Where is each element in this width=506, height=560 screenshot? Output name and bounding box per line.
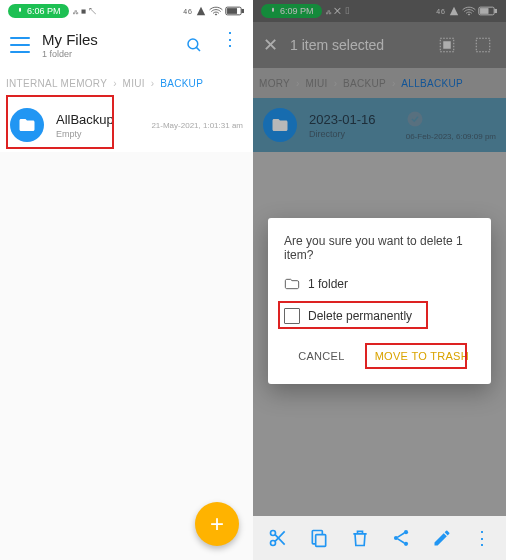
bottom-toolbar: ⋮ bbox=[253, 516, 506, 560]
svg-point-4 bbox=[188, 39, 198, 49]
fab-add-button[interactable]: + bbox=[195, 502, 239, 546]
app-header: My Files 1 folder ⋮ bbox=[0, 22, 253, 68]
breadcrumb: INTERNAL MEMORY› MIUI› BACKUP bbox=[0, 68, 253, 98]
page-subtitle: 1 folder bbox=[42, 49, 185, 59]
status-ext-icons: ஃ ◼ ↖ bbox=[73, 6, 96, 17]
cancel-button[interactable]: CANCEL bbox=[292, 344, 350, 368]
svg-rect-3 bbox=[227, 9, 236, 14]
share-icon[interactable] bbox=[391, 528, 411, 548]
cut-icon[interactable] bbox=[268, 528, 288, 548]
folder-row[interactable]: AllBackup Empty 21-May-2021, 1:01:31 am bbox=[0, 98, 253, 152]
dialog-message: Are you sure you want to delete 1 item? bbox=[284, 234, 475, 262]
crumb-miui[interactable]: MIUI bbox=[123, 78, 145, 89]
svg-point-14 bbox=[270, 541, 275, 546]
edit-icon[interactable] bbox=[432, 528, 452, 548]
move-to-trash-button[interactable]: MOVE TO TRASH bbox=[369, 344, 475, 368]
delete-icon[interactable] bbox=[350, 528, 370, 548]
search-icon[interactable] bbox=[185, 36, 203, 54]
folder-icon bbox=[10, 108, 44, 142]
svg-point-15 bbox=[270, 531, 275, 536]
svg-point-0 bbox=[215, 14, 216, 15]
overflow-menu-icon[interactable]: ⋮ bbox=[473, 527, 491, 549]
delete-permanently-checkbox[interactable]: Delete permanently bbox=[284, 304, 475, 328]
folder-sub: Empty bbox=[56, 129, 151, 139]
folder-name: AllBackup bbox=[56, 112, 151, 127]
dialog-folder-row: 1 folder bbox=[284, 276, 475, 292]
page-title: My Files bbox=[42, 31, 185, 48]
crumb-backup[interactable]: BACKUP bbox=[160, 78, 203, 89]
overflow-menu-icon[interactable]: ⋮ bbox=[221, 36, 239, 54]
svg-line-5 bbox=[196, 47, 200, 51]
folder-date: 21-May-2021, 1:01:31 am bbox=[151, 121, 243, 130]
crumb-internal[interactable]: INTERNAL MEMORY bbox=[6, 78, 107, 89]
status-time-pill: 6:06 PM bbox=[8, 4, 69, 18]
svg-rect-2 bbox=[242, 9, 244, 12]
checkbox-icon bbox=[284, 308, 300, 324]
status-bar: 6:06 PM ஃ ◼ ↖ 46 bbox=[0, 0, 253, 22]
menu-button[interactable] bbox=[10, 32, 30, 58]
copy-icon[interactable] bbox=[309, 528, 329, 548]
svg-rect-16 bbox=[315, 535, 325, 547]
folder-outline-icon bbox=[284, 276, 300, 292]
status-right-icons: 46 bbox=[183, 6, 245, 16]
delete-dialog: Are you sure you want to delete 1 item? … bbox=[268, 218, 491, 384]
